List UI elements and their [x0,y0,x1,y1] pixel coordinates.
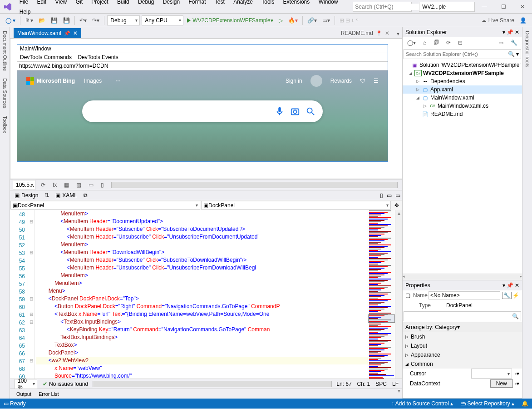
se-back-icon[interactable]: ◯▾ [405,38,418,47]
window-minimize-button[interactable]: — [475,0,494,14]
menu-file[interactable]: File [16,0,32,7]
refresh-icon[interactable]: ⟳ [39,180,48,190]
horizontal-scrollbar[interactable] [93,381,332,387]
new-item-button[interactable]: 🗎▾ [23,16,35,25]
design-tab[interactable]: ▣ Design [12,191,41,200]
mic-icon[interactable] [275,106,285,116]
caret-line[interactable]: Ln: 67 [336,381,351,387]
prop-new-button[interactable]: New [490,379,513,388]
wrench-icon[interactable]: 🔧 [502,292,512,299]
solution-selector[interactable]: WV2...ple [419,2,475,12]
panel-dropdown-icon[interactable]: ▾ [502,29,505,35]
issues-label[interactable]: No issues found [49,381,88,387]
browser-link-button[interactable]: 🔗▾ [305,16,319,25]
menu-extensions[interactable]: Extensions [280,0,314,7]
bing-avatar-icon[interactable] [310,75,322,87]
bing-rewards-icon[interactable]: 🛡 [360,78,365,84]
cat-layout[interactable]: ▷Layout [403,341,522,350]
save-all-button[interactable]: 💾 [61,16,72,25]
search-icon[interactable] [305,106,315,116]
menu-git[interactable]: Git [72,0,86,7]
right-tab-diagnostic-tools[interactable]: Diagnostic Tools [524,27,531,71]
solution-explorer-search-input[interactable] [406,51,508,57]
menu-test[interactable]: Test [211,0,228,7]
split-h-icon[interactable]: ▯ [380,192,383,199]
window-maximize-button[interactable]: ☐ [494,0,513,14]
se-refresh-icon[interactable]: ⟳ [444,38,453,47]
prop-cursor-combo[interactable] [471,369,512,379]
menu-analyze[interactable]: Analyze [230,0,256,7]
menu-debug[interactable]: Debug [134,0,158,7]
minimap[interactable] [368,210,395,379]
vertical-scrollbar[interactable]: ▴▾ [395,210,402,379]
bing-images-link[interactable]: Images [84,78,102,84]
tab-close-button[interactable]: ✕ [73,30,78,36]
design-menu-devtools-commands[interactable]: DevTools Commands [20,54,72,60]
se-home-icon[interactable]: ⌂ [421,38,429,47]
feedback-button[interactable]: 👤 [517,16,529,25]
split-v-icon[interactable]: ▭ [387,192,392,199]
bottom-tab-error-list[interactable]: Error List [35,390,63,398]
design-address-input[interactable] [19,63,386,69]
eol-mode[interactable]: LF [392,381,399,387]
start-without-debug-button[interactable]: ▷ [276,16,285,25]
snap-icon[interactable]: ▨ [74,180,84,190]
tree-solution-node[interactable]: ▣Solution 'WV2CDPExtensionWPFSample' [403,61,522,69]
tree-app-xaml-node[interactable]: ▷▢App.xaml [403,85,522,94]
bing-signin-link[interactable]: Sign in [286,78,302,84]
nav-back-button[interactable]: ◯ ▾ [3,16,18,25]
menu-view[interactable]: View [51,0,70,7]
menu-help[interactable]: Help [16,7,34,17]
cat-brush[interactable]: ▷Brush [403,332,522,341]
doc-tab-mainwindow[interactable]: MainWindow.xaml 📌 ✕ [14,28,81,38]
designer-scrollbar[interactable] [111,182,398,188]
start-debug-button[interactable]: WV2CDPExtensionWPFSample ▾ [184,16,276,25]
editor-zoom-combo[interactable]: 100 % [15,379,37,389]
zoom-combo[interactable]: 105.5... [13,180,35,190]
left-tab-document-outline[interactable]: Document Outline [1,27,9,75]
hot-reload-button[interactable]: 🔥▾ [286,16,300,25]
bing-rewards-link[interactable]: Rewards [330,78,352,84]
prop-name-input[interactable] [429,291,500,299]
se-properties-icon[interactable]: 🔧 [508,38,520,47]
menu-edit[interactable]: Edit [33,0,50,7]
prop-marker-icon[interactable]: ▫▾ [515,380,519,387]
menu-project[interactable]: Project [88,0,112,7]
cat-appearance[interactable]: ▷Appearance [403,350,522,359]
menu-build[interactable]: Build [113,0,133,7]
xaml-designer[interactable]: MainWindow DevTools Commands DevTools Ev… [10,38,402,179]
tree-deps-node[interactable]: ▷▪▪Dependencies [403,77,522,85]
arrange-by[interactable]: Arrange by: Category [405,324,457,330]
breadcrumb-left[interactable]: ▣ DockPanel [10,201,200,209]
menu-format[interactable]: Format [185,0,209,7]
solution-explorer-search[interactable]: 🔍 ▾ [404,49,521,59]
tree-mainwindow-xaml-node[interactable]: ◢▢MainWindow.xaml [403,94,522,102]
panel-close-icon[interactable]: ✕ [515,29,519,35]
undo-button[interactable]: ↶▾ [77,16,89,25]
device2-icon[interactable]: ▯ [99,180,106,190]
add-to-source-control[interactable]: ↑ Add to Source Control ▴ [391,400,453,407]
platform-combo[interactable]: Any CPU [142,15,183,25]
menu-tools[interactable]: Tools [258,0,278,7]
breadcrumb-right[interactable]: ▣ DockPanel [201,201,391,209]
tree-project-node[interactable]: ◢C#WV2CDPExtensionWPFSample [403,69,522,77]
swap-panes-icon[interactable]: ⇅ [44,192,49,199]
window-close-button[interactable]: ✕ [513,0,532,14]
xaml-tab[interactable]: ▣ XAML [53,191,80,200]
left-tab-data-sources[interactable]: Data Sources [1,75,9,112]
tree-readme-node[interactable]: 📄README.md [403,110,522,118]
indent-mode[interactable]: SPC [375,381,387,387]
menu-window[interactable]: Window [315,0,342,7]
panel-dropdown-icon[interactable]: ▾ [502,282,505,289]
caret-col[interactable]: Ch: 1 [357,381,370,387]
bing-more-icon[interactable]: ⋯ [115,78,121,84]
pin-icon[interactable]: 📌 [64,30,70,36]
properties-search-input[interactable] [406,314,512,319]
tree-mainwindow-cs-node[interactable]: ▷C#MainWindow.xaml.cs [403,102,522,110]
bing-search-box[interactable] [82,100,323,122]
config-combo[interactable]: Debug [107,15,140,25]
events-icon[interactable]: ⚡ [512,292,519,299]
grid-icon[interactable]: ▦ [62,180,71,190]
se-sync-icon[interactable]: 🗐 [431,38,441,47]
se-collapse-icon[interactable]: ⊟ [456,38,465,47]
